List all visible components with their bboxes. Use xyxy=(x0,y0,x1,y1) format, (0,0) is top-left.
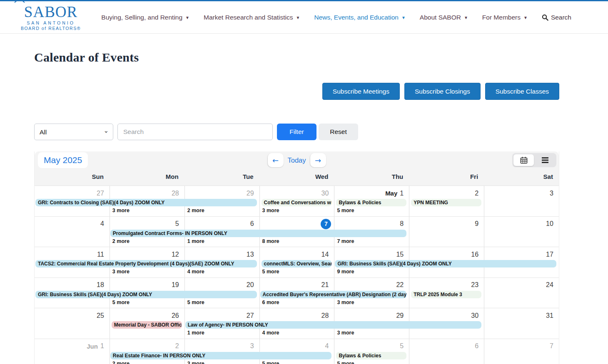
more-events-link[interactable]: 5 more xyxy=(262,361,279,364)
day-cell[interactable]: Jun1 xyxy=(35,339,110,364)
date-number: 3 xyxy=(250,342,254,350)
day-number: 2 xyxy=(110,339,184,352)
more-events-link[interactable]: 1 more xyxy=(187,330,204,336)
reset-button[interactable]: Reset xyxy=(319,124,358,140)
today-button[interactable]: Today xyxy=(287,156,306,164)
nav-item-buying-selling-renting[interactable]: Buying, Selling, and Renting ▼ xyxy=(101,14,189,21)
day-cell[interactable]: 6 xyxy=(409,339,484,364)
day-number: 6 xyxy=(409,339,484,352)
chevron-down-icon: ▼ xyxy=(523,15,528,20)
nav-item-news-events-education[interactable]: News, Events, and Education ▼ xyxy=(314,14,405,21)
day-number: 25 xyxy=(35,308,110,321)
filter-button[interactable]: Filter xyxy=(277,124,316,140)
more-events-link[interactable]: 3 more xyxy=(337,300,354,305)
more-events-link[interactable]: 2 more xyxy=(112,238,130,244)
calendar-event[interactable]: TRLP 2025 Module 3 xyxy=(411,291,481,298)
month-view-button[interactable] xyxy=(513,154,534,166)
day-cell[interactable]: 3 xyxy=(484,186,559,216)
calendar-event[interactable]: Coffee and Conversations wit... xyxy=(262,199,332,206)
date-number: 8 xyxy=(400,220,404,228)
more-events-link[interactable]: 8 more xyxy=(262,238,279,244)
calendar-event[interactable]: YPN MEETING xyxy=(411,199,481,206)
day-number: 22 xyxy=(334,278,409,290)
more-events-link[interactable]: 3 more xyxy=(112,208,130,213)
calendar-event[interactable]: GRI: Business Skills (SAE)(4 Days) ZOOM … xyxy=(35,291,257,298)
more-events-link[interactable]: 5 more xyxy=(187,300,204,305)
calendar-event[interactable]: Bylaws & Policies xyxy=(336,352,406,359)
nav-item-about-sabor[interactable]: About SABOR ▼ xyxy=(420,14,468,21)
calendar-event[interactable]: TACS2: Commercial Real Estate Property D… xyxy=(35,260,257,267)
subscribe-closings-button[interactable]: Subscribe Closings xyxy=(404,83,481,100)
search-button[interactable]: Search xyxy=(542,14,571,21)
calendar-event[interactable]: connectMLS: Overview, Searc... xyxy=(262,260,332,267)
more-events-link[interactable]: 4 more xyxy=(187,269,204,275)
search-input[interactable] xyxy=(117,124,273,140)
day-cell[interactable]: 9 xyxy=(409,217,484,247)
list-view-button[interactable] xyxy=(535,154,555,166)
date-number: 27 xyxy=(97,190,104,197)
calendar-event[interactable]: Real Estate Finance- IN PERSON ONLY xyxy=(110,352,332,359)
sabor-logo[interactable]: SABOR SAN ANTONIO BOARD of REALTORS® xyxy=(21,4,81,31)
more-events-link[interactable]: 5 more xyxy=(112,300,130,305)
day-cell[interactable]: 31 xyxy=(484,308,559,339)
day-cell[interactable]: 25 xyxy=(35,308,110,339)
more-events-link[interactable]: 5 more xyxy=(337,208,354,213)
day-cell[interactable]: 24 xyxy=(484,278,559,308)
arrow-right-icon: → xyxy=(315,156,321,165)
calendar-widget: May 2025 ← Today → xyxy=(34,151,559,364)
day-number: May1 xyxy=(334,186,409,198)
day-number: 21 xyxy=(260,278,334,290)
calendar-event[interactable]: Memorial Day - SABOR Offic... xyxy=(112,321,182,329)
dow-fri: Fri xyxy=(409,169,484,186)
day-cell[interactable]: 10 xyxy=(484,217,559,247)
date-number: 1 xyxy=(100,342,104,350)
more-events-link[interactable]: 5 more xyxy=(262,269,279,275)
day-cell[interactable]: 4 xyxy=(35,217,110,247)
date-number: 27 xyxy=(247,312,254,319)
calendar-event[interactable]: Bylaws & Policies xyxy=(336,199,406,206)
date-number: 29 xyxy=(247,190,254,197)
date-number: 5 xyxy=(400,342,404,350)
more-events-link[interactable]: 4 more xyxy=(262,330,279,336)
category-select[interactable]: All xyxy=(34,124,113,140)
more-events-link[interactable]: 9 more xyxy=(337,269,354,275)
more-events-link[interactable]: 1 more xyxy=(187,238,204,244)
subscribe-classes-button[interactable]: Subscribe Classes xyxy=(485,83,559,100)
day-number: 5 xyxy=(334,339,409,352)
prev-month-button[interactable]: ← xyxy=(267,153,283,167)
subscribe-meetings-button[interactable]: Subscribe Meetings xyxy=(322,83,400,100)
calendar-event[interactable]: GRI: Contracts to Closing (SAE)(4 Days) … xyxy=(35,199,257,206)
list-view-icon xyxy=(541,157,549,163)
more-events-link[interactable]: 3 more xyxy=(337,330,354,336)
calendar-event[interactable]: Accredited Buyer's Representative (ABR) … xyxy=(260,291,407,298)
more-events-link[interactable]: 7 more xyxy=(337,238,354,244)
more-events-link[interactable]: 2 more xyxy=(112,361,130,364)
calendar-grid: 27282930May123GRI: Contracts to Closing … xyxy=(35,186,559,364)
day-number: 23 xyxy=(409,278,484,290)
nav-item-market-research[interactable]: Market Research and Statistics ▼ xyxy=(204,14,300,21)
more-events-link[interactable]: 5 more xyxy=(337,361,354,364)
date-number: 14 xyxy=(321,251,329,258)
arrow-left-icon: ← xyxy=(272,156,279,165)
site-header: SABOR SAN ANTONIO BOARD of REALTORS® Buy… xyxy=(0,1,608,34)
calendar-event[interactable]: Law of Agency- IN PERSON ONLY xyxy=(185,321,481,329)
day-number: 30 xyxy=(409,308,484,321)
day-number: Jun1 xyxy=(35,339,110,352)
day-number: 20 xyxy=(185,278,259,290)
nav-item-for-members[interactable]: For Members ▼ xyxy=(482,14,528,21)
view-toggle-group xyxy=(512,153,556,167)
next-month-button[interactable]: → xyxy=(310,153,326,167)
more-events-link[interactable]: 3 more xyxy=(187,361,204,364)
date-number: 2 xyxy=(175,342,179,350)
calendar-event[interactable]: Promulgated Contract Forms- IN PERSON ON… xyxy=(110,230,406,237)
day-cell[interactable]: 7 xyxy=(484,339,559,364)
more-events-link[interactable]: 2 more xyxy=(187,208,204,213)
more-events-link[interactable]: 6 more xyxy=(262,300,279,305)
calendar-event[interactable]: GRI: Business Skills (SAE)(4 Days) ZOOM … xyxy=(335,260,556,267)
date-number: 1 xyxy=(400,190,404,197)
month-title[interactable]: May 2025 xyxy=(38,152,88,168)
chevron-down-icon: ▼ xyxy=(401,15,406,20)
more-events-link[interactable]: 3 more xyxy=(112,269,130,275)
more-events-link[interactable]: 3 more xyxy=(262,208,279,213)
day-number: 11 xyxy=(35,247,110,260)
